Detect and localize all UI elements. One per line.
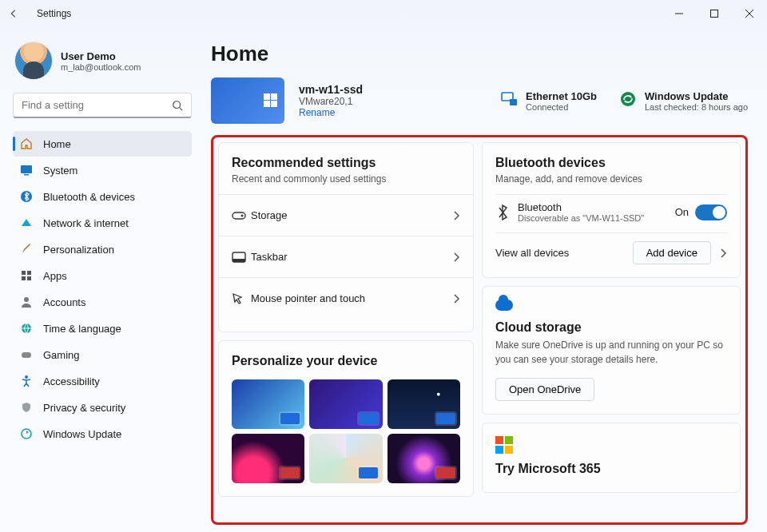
nav-bluetooth[interactable]: Bluetooth & devices bbox=[13, 184, 192, 209]
network-status[interactable]: Ethernet 10Gb Connected bbox=[500, 90, 597, 112]
nav-label: Bluetooth & devices bbox=[43, 191, 135, 203]
nav-label: Home bbox=[43, 138, 71, 150]
nav-personalization[interactable]: Personalization bbox=[13, 236, 192, 262]
window-title: Settings bbox=[37, 8, 71, 19]
close-button[interactable] bbox=[732, 0, 767, 27]
svg-rect-17 bbox=[232, 212, 245, 219]
chevron-right-icon bbox=[452, 294, 460, 304]
open-onedrive-button[interactable]: Open OneDrive bbox=[495, 378, 594, 401]
nav-label: Gaming bbox=[43, 349, 80, 361]
theme-option[interactable] bbox=[232, 434, 304, 483]
svg-rect-0 bbox=[711, 10, 718, 18]
nav: Home System Bluetooth & devices Network … bbox=[13, 131, 192, 447]
chevron-right-icon[interactable] bbox=[719, 248, 727, 258]
update-sub: Last checked: 8 hours ago bbox=[645, 102, 748, 112]
microsoft-logo-icon bbox=[495, 436, 727, 454]
taskbar-icon bbox=[232, 252, 251, 263]
device-name: vm-w11-ssd bbox=[299, 83, 363, 96]
svg-rect-11 bbox=[22, 352, 31, 358]
cloud-icon bbox=[495, 300, 513, 311]
bluetooth-row-sub: Discoverable as "VM-W11-SSD" bbox=[518, 213, 675, 223]
svg-rect-8 bbox=[27, 276, 31, 280]
m365-card: Try Microsoft 365 bbox=[482, 423, 741, 493]
home-cards: Recommended settings Recent and commonly… bbox=[211, 135, 748, 525]
nav-privacy[interactable]: Privacy & security bbox=[13, 395, 192, 420]
theme-option[interactable] bbox=[309, 434, 382, 483]
view-all-devices-link[interactable]: View all devices bbox=[495, 247, 569, 259]
nav-system[interactable]: System bbox=[13, 157, 192, 183]
accessibility-icon bbox=[19, 374, 34, 388]
nav-label: Accessibility bbox=[43, 375, 100, 387]
personalize-title: Personalize your device bbox=[232, 354, 460, 368]
nav-label: Windows Update bbox=[43, 428, 121, 440]
search-box[interactable] bbox=[13, 93, 192, 118]
nav-label: Time & language bbox=[43, 323, 121, 335]
update-icon bbox=[619, 90, 637, 108]
theme-option[interactable] bbox=[387, 379, 460, 429]
svg-point-9 bbox=[24, 297, 29, 302]
accounts-icon bbox=[19, 295, 34, 309]
network-title: Ethernet 10Gb bbox=[526, 90, 597, 102]
profile-block[interactable]: User Demo m_lab@outlook.com bbox=[14, 42, 192, 80]
cloud-title: Cloud storage bbox=[495, 320, 727, 335]
setting-label: Taskbar bbox=[251, 251, 452, 263]
theme-option[interactable] bbox=[232, 379, 304, 429]
setting-label: Storage bbox=[251, 209, 452, 221]
brush-icon bbox=[19, 242, 34, 256]
search-input[interactable] bbox=[22, 99, 172, 111]
setting-label: Mouse pointer and touch bbox=[251, 292, 452, 304]
chevron-right-icon bbox=[452, 211, 460, 220]
shield-icon bbox=[19, 400, 34, 415]
page-title: Home bbox=[211, 42, 748, 66]
maximize-button[interactable] bbox=[697, 0, 732, 27]
nav-accounts[interactable]: Accounts bbox=[13, 289, 192, 315]
nav-gaming[interactable]: Gaming bbox=[13, 342, 192, 367]
nav-update[interactable]: Windows Update bbox=[13, 421, 192, 447]
nav-label: Privacy & security bbox=[43, 402, 125, 414]
network-sub: Connected bbox=[526, 102, 597, 112]
bluetooth-row-label: Bluetooth bbox=[518, 201, 675, 213]
add-device-button[interactable]: Add device bbox=[633, 241, 711, 264]
nav-accessibility[interactable]: Accessibility bbox=[13, 368, 192, 394]
update-title: Windows Update bbox=[645, 90, 748, 102]
nav-home[interactable]: Home bbox=[13, 131, 192, 157]
svg-point-16 bbox=[621, 92, 635, 106]
bluetooth-toggle[interactable] bbox=[695, 204, 727, 220]
rename-link[interactable]: Rename bbox=[299, 107, 363, 118]
search-icon bbox=[172, 100, 183, 111]
recommended-title: Recommended settings bbox=[232, 156, 460, 170]
svg-rect-7 bbox=[22, 276, 26, 280]
back-button[interactable] bbox=[8, 8, 32, 19]
recommended-card: Recommended settings Recent and commonly… bbox=[218, 142, 474, 332]
setting-taskbar[interactable]: Taskbar bbox=[219, 236, 473, 277]
device-header: vm-w11-ssd VMware20,1 Rename Ethernet 10… bbox=[211, 77, 748, 124]
device-model: VMware20,1 bbox=[299, 96, 363, 107]
svg-rect-6 bbox=[27, 271, 31, 275]
nav-apps[interactable]: Apps bbox=[13, 263, 192, 288]
setting-mouse[interactable]: Mouse pointer and touch bbox=[219, 277, 473, 319]
wifi-icon bbox=[19, 216, 34, 230]
windows-logo-icon bbox=[264, 93, 278, 108]
cloud-card: Cloud storage Make sure OneDrive is up a… bbox=[482, 286, 741, 415]
user-email: m_lab@outlook.com bbox=[61, 62, 141, 72]
theme-option[interactable] bbox=[387, 434, 460, 483]
user-name: User Demo bbox=[61, 50, 141, 62]
setting-storage[interactable]: Storage bbox=[219, 194, 473, 236]
nav-time[interactable]: Time & language bbox=[13, 316, 192, 341]
svg-point-1 bbox=[173, 101, 181, 108]
nav-network[interactable]: Network & internet bbox=[13, 210, 192, 236]
theme-option[interactable] bbox=[309, 379, 382, 429]
nav-label: System bbox=[43, 165, 77, 177]
update-status[interactable]: Windows Update Last checked: 8 hours ago bbox=[619, 90, 748, 112]
bluetooth-icon bbox=[495, 204, 518, 221]
ethernet-icon bbox=[500, 90, 518, 108]
svg-point-12 bbox=[25, 375, 28, 379]
nav-label: Accounts bbox=[43, 296, 85, 308]
system-icon bbox=[19, 163, 34, 177]
bluetooth-sub: Manage, add, and remove devices bbox=[495, 173, 727, 185]
minimize-button[interactable] bbox=[662, 0, 697, 27]
bluetooth-state: On bbox=[675, 206, 689, 218]
nav-label: Personalization bbox=[43, 244, 114, 256]
globe-icon bbox=[19, 321, 34, 335]
svg-rect-20 bbox=[232, 259, 245, 262]
